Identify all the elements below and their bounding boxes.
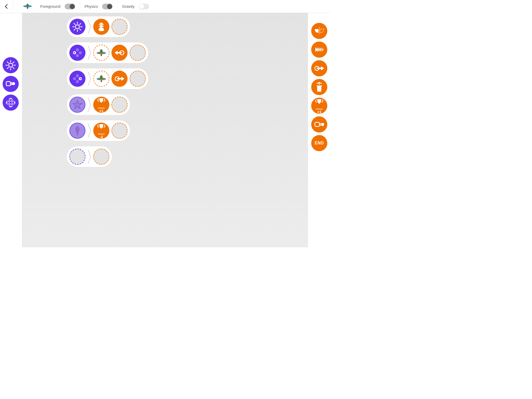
toggle-switch[interactable] xyxy=(139,4,149,9)
collision-event-icon-glyph xyxy=(5,78,16,89)
actions-palette: +1 END xyxy=(311,23,327,151)
when-start[interactable] xyxy=(69,19,85,35)
header-bar: Foreground Physics Gravity xyxy=(0,0,330,13)
end-text: END xyxy=(315,141,324,145)
then-separator xyxy=(88,123,91,138)
svg-point-4 xyxy=(76,48,79,51)
rules-canvas[interactable]: +1 -2 xyxy=(22,13,308,247)
header-toggle-group: Gravity xyxy=(117,2,154,11)
trash-icon[interactable] xyxy=(311,79,327,95)
toggle-switch[interactable] xyxy=(102,4,112,9)
start-event-icon[interactable] xyxy=(3,57,19,73)
action-score[interactable]: -2 xyxy=(93,123,109,139)
star-icon xyxy=(72,99,83,110)
svg-point-2 xyxy=(27,4,28,5)
svg-point-5 xyxy=(76,54,79,57)
rule-row[interactable]: -2 xyxy=(66,120,130,141)
trophy-icon xyxy=(96,97,107,108)
action-empty-slot[interactable] xyxy=(111,97,128,113)
move-right-icon-glyph xyxy=(314,63,325,74)
score-value: +1 xyxy=(317,110,321,114)
tree-icon xyxy=(72,125,83,136)
then-separator xyxy=(88,71,91,87)
action-empty-slot[interactable] xyxy=(111,123,128,139)
toggle-label: Foreground xyxy=(40,4,61,9)
action-empty-slot[interactable] xyxy=(111,19,128,35)
action-launch-up-glyph xyxy=(96,21,107,32)
when-start-glyph xyxy=(72,21,83,32)
action-empty-slot[interactable] xyxy=(130,71,146,87)
move-right-icon[interactable] xyxy=(311,60,327,76)
emit-projectile-icon-glyph xyxy=(314,119,325,130)
trophy-icon xyxy=(96,123,107,134)
events-palette xyxy=(3,57,19,111)
action-face-right[interactable] xyxy=(93,71,109,87)
score-value: +1 xyxy=(99,109,103,113)
flip-icon-glyph xyxy=(314,25,325,36)
action-move-left-glyph xyxy=(114,47,125,58)
rule-row[interactable] xyxy=(66,146,112,167)
rule-row[interactable]: +1 xyxy=(66,94,130,115)
dpad-icon xyxy=(72,73,83,84)
end-label[interactable]: END xyxy=(311,135,327,151)
collision-event-icon[interactable] xyxy=(3,76,19,92)
action-empty-slot[interactable] xyxy=(130,45,146,61)
start-event-icon-glyph xyxy=(5,60,16,71)
svg-point-11 xyxy=(73,77,76,80)
current-sprite-thumbnail[interactable] xyxy=(22,3,33,10)
toggle-switch[interactable] xyxy=(65,4,75,9)
emit-projectile-icon[interactable] xyxy=(311,116,327,132)
action-face-left[interactable] xyxy=(93,45,109,61)
speed-burst-icon[interactable] xyxy=(311,42,327,58)
when-dpad-left[interactable] xyxy=(69,45,85,61)
speed-burst-icon-glyph xyxy=(314,44,325,55)
dpad-event-icon[interactable] xyxy=(3,95,19,111)
then-separator xyxy=(88,45,91,61)
then-separator xyxy=(88,149,91,164)
score-value: -2 xyxy=(99,135,103,139)
trophy-icon xyxy=(314,98,325,109)
action-score[interactable]: +1 xyxy=(93,97,109,113)
bird-sprite-icon xyxy=(22,3,33,10)
svg-rect-3 xyxy=(27,7,28,9)
bird-dir-icon xyxy=(96,47,107,58)
action-move-right[interactable] xyxy=(111,71,128,87)
toggle-label: Physics xyxy=(85,4,98,9)
action-move-right-glyph xyxy=(114,73,125,84)
back-button[interactable] xyxy=(0,0,13,13)
trash-icon-glyph xyxy=(314,82,325,92)
header-toggle-group: Physics xyxy=(80,2,117,11)
bird-dir-icon xyxy=(96,73,107,84)
rule-row[interactable] xyxy=(66,42,149,63)
trophy-plus1-icon[interactable]: +1 xyxy=(311,98,327,114)
flip-icon[interactable] xyxy=(311,23,327,39)
svg-point-9 xyxy=(76,74,79,77)
when-dpad-right[interactable] xyxy=(69,71,85,87)
when-collide-star[interactable] xyxy=(69,97,85,113)
then-separator xyxy=(88,97,91,112)
when-empty-slot[interactable] xyxy=(69,149,85,165)
toggle-label: Gravity xyxy=(122,4,135,9)
then-separator xyxy=(88,19,91,35)
svg-point-10 xyxy=(76,80,79,83)
svg-point-7 xyxy=(79,51,82,54)
chevron-left-icon xyxy=(4,4,9,9)
action-empty-slot[interactable] xyxy=(93,149,109,165)
rule-row[interactable] xyxy=(66,16,130,37)
action-move-left[interactable] xyxy=(111,45,128,61)
header-toggle-group: Foreground xyxy=(36,2,80,11)
rule-row[interactable] xyxy=(66,68,149,89)
action-launch-up[interactable] xyxy=(93,19,109,35)
dpad-icon xyxy=(72,47,83,58)
when-collide-tree[interactable] xyxy=(69,123,85,139)
dpad-event-icon-glyph xyxy=(5,97,16,108)
